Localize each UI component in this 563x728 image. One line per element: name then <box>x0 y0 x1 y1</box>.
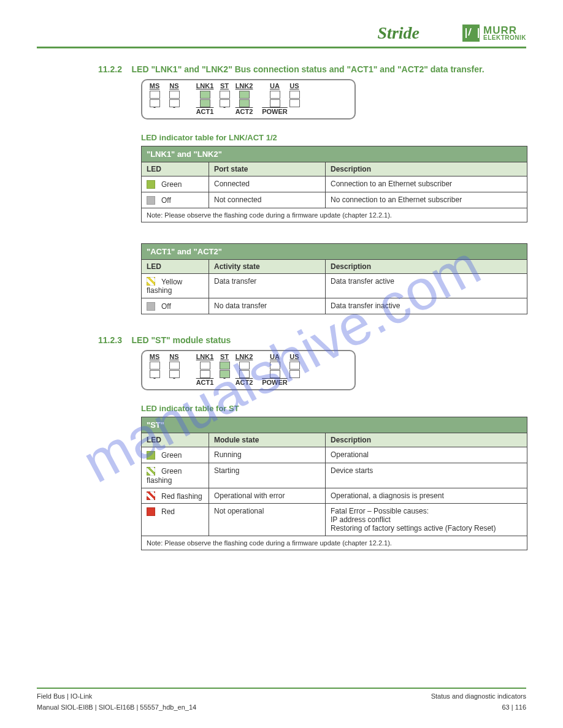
cell-led: Red <box>161 507 175 516</box>
murr-logo-small: ELEKTRONIK <box>483 35 526 40</box>
footer-left: Field Bus | IO-Link <box>37 692 92 700</box>
panel-label-act2: ACT2 <box>236 108 253 116</box>
table-title-lnk: LED indicator table for LNK/ACT 1/2 <box>141 133 526 142</box>
swatch-green-flash-icon <box>147 467 155 476</box>
swatch-red-icon <box>147 507 155 516</box>
table-row: Red Not operational Fatal Error – Possib… <box>142 504 527 536</box>
table-row: Green Running Operational <box>142 447 527 463</box>
cell-desc: Operational <box>326 447 527 463</box>
cell-desc: Data transfer inactive <box>326 298 527 314</box>
panel-label-lnk1: LNK1 <box>196 82 214 90</box>
table-row: Off No data transfer Data transfer inact… <box>142 298 527 314</box>
panel-label-lnk1: LNK1 <box>196 353 214 361</box>
table-st: "ST" LED Module state Description Green … <box>141 417 527 550</box>
panel-label-act1: ACT1 <box>196 108 214 116</box>
murr-logo-big: MURR <box>483 26 526 35</box>
panel-label-st: ST <box>220 82 229 90</box>
col-led: LED <box>142 433 209 447</box>
cell-led: Off <box>161 196 171 205</box>
cell-desc: Fatal Error – Possible causes: IP addres… <box>326 504 527 536</box>
cell-led: Off <box>161 302 171 311</box>
table-act: "ACT1" and "ACT2" LED Activity state Des… <box>141 243 527 314</box>
cell-state: Connected <box>209 176 326 192</box>
swatch-green-icon <box>147 451 155 460</box>
murr-logo: MURR ELEKTRONIK <box>462 25 526 42</box>
panel-label-ua: UA <box>270 353 280 361</box>
page-header: Stride MURR ELEKTRONIK <box>37 23 526 47</box>
footer-page: 63 | 116 <box>502 703 526 711</box>
section-num: 11.2.2 <box>98 64 122 74</box>
swatch-green-icon <box>147 180 155 189</box>
cell-desc: Connection to an Ethernet subscriber <box>326 176 527 192</box>
led-panel-st: MS NS LNK1ACT1 ST LNK2ACT2 UAPOWER US <box>141 350 356 390</box>
col-led: LED <box>142 259 209 273</box>
header-rule <box>37 47 526 48</box>
stride-logo: Stride <box>378 23 419 43</box>
table-note: Note: Please observe the flashing code d… <box>142 208 527 222</box>
cell-state: Not operational <box>209 504 326 536</box>
col-desc: Description <box>326 259 527 273</box>
cell-led: Red flashing <box>161 491 202 500</box>
footer-right: Status and diagnostic indicators <box>431 692 526 700</box>
panel-label-st: ST <box>220 353 229 361</box>
swatch-gray-icon <box>147 302 155 311</box>
swatch-yellow-flash-icon <box>147 277 155 286</box>
cell-desc: Device starts <box>326 463 527 488</box>
panel-label-ms: MS <box>150 82 160 90</box>
table-row: Green Connected Connection to an Etherne… <box>142 176 527 192</box>
table-row: Green flashing Starting Device starts <box>142 463 527 488</box>
col-desc: Description <box>326 433 527 447</box>
led-panel-lnk: MS NS LNK1ACT1 ST LNK2ACT2 UAPOWER US <box>141 79 356 119</box>
swatch-red-flash-icon <box>147 491 155 500</box>
section-num: 11.2.3 <box>98 335 122 345</box>
section-heading-lnk: 11.2.2 LED "LNK1" and "LNK2" Bus connect… <box>37 64 526 74</box>
panel-label-act1: ACT1 <box>196 379 214 387</box>
cell-state: Not connected <box>209 192 326 208</box>
panel-label-lnk2: LNK2 <box>236 82 253 90</box>
section-heading-st: 11.2.3 LED "ST" module status <box>37 335 526 345</box>
table-act-bar: "ACT1" and "ACT2" <box>142 243 527 259</box>
section-title: LED "LNK1" and "LNK2" Bus connection sta… <box>132 64 484 74</box>
col-state: Activity state <box>209 259 326 273</box>
panel-label-us: US <box>289 353 299 361</box>
table-row: Yellow flashing Data transfer Data trans… <box>142 273 527 298</box>
table-st-bar: "ST" <box>142 417 527 433</box>
led-st-icon <box>220 362 230 370</box>
cell-desc: No connection to an Ethernet subscriber <box>326 192 527 208</box>
cell-state: Data transfer <box>209 273 326 298</box>
panel-label-ms: MS <box>150 353 160 361</box>
led-act1-icon <box>200 99 210 107</box>
cell-led: Green <box>161 180 182 189</box>
swatch-gray-icon <box>147 196 155 205</box>
table-lnk: "LNK1" and "LNK2" LED Port state Descrip… <box>141 146 527 222</box>
led-act2-icon <box>239 99 250 107</box>
murr-logo-icon <box>462 25 480 42</box>
cell-state: Operational with error <box>209 488 326 504</box>
cell-state: Starting <box>209 463 326 488</box>
table-row: Red flashing Operational with error Oper… <box>142 488 527 504</box>
panel-label-act2: ACT2 <box>236 379 253 387</box>
col-state: Port state <box>209 162 326 176</box>
col-state: Module state <box>209 433 326 447</box>
table-title-st: LED indicator table for ST <box>141 404 526 413</box>
panel-label-lnk2: LNK2 <box>236 353 253 361</box>
page-footer: Field Bus | IO-Link Status and diagnosti… <box>37 675 526 711</box>
cell-desc: Data transfer active <box>326 273 527 298</box>
footer-manual: Manual SIOL-EI8B | SIOL-EI16B | 55557_hd… <box>37 703 196 711</box>
led-lnk1-icon <box>200 91 210 99</box>
cell-state: No data transfer <box>209 298 326 314</box>
panel-label-ns: NS <box>169 82 178 90</box>
table-lnk-bar: "LNK1" and "LNK2" <box>142 146 527 162</box>
table-note: Note: Please observe the flashing code d… <box>142 536 527 550</box>
table-row: Off Not connected No connection to an Et… <box>142 192 527 208</box>
cell-desc: Operational, a diagnosis is present <box>326 488 527 504</box>
col-led: LED <box>142 162 209 176</box>
col-desc: Description <box>326 162 527 176</box>
section-title: LED "ST" module status <box>132 335 231 345</box>
panel-label-ua: UA <box>270 82 280 90</box>
led-lnk2-icon <box>239 91 250 99</box>
cell-state: Running <box>209 447 326 463</box>
panel-label-ns: NS <box>169 353 178 361</box>
panel-label-us: US <box>289 82 299 90</box>
cell-led: Green <box>161 451 182 460</box>
